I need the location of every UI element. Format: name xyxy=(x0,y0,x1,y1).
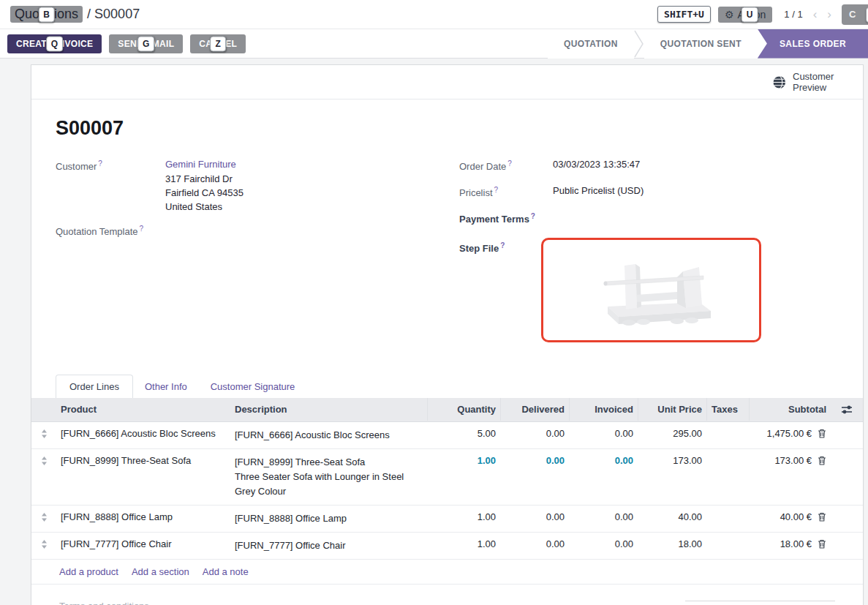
cell-taxes[interactable] xyxy=(706,533,749,544)
header-delivered[interactable]: Delivered xyxy=(500,398,569,421)
cell-unit-price[interactable]: 40.00 xyxy=(638,506,706,528)
tab-order-lines[interactable]: Order Lines xyxy=(56,375,133,398)
cell-invoiced[interactable]: 0.00 xyxy=(569,449,638,472)
add-section-link[interactable]: Add a section xyxy=(132,566,189,577)
cell-description[interactable]: [FURN_8999] Three-Seat Sofa Three Seater… xyxy=(230,449,427,505)
customer-field-value: Gemini Furniture 317 Fairchild Dr Fairfi… xyxy=(165,159,244,214)
cell-invoiced[interactable]: 0.00 xyxy=(569,422,638,445)
header-quantity[interactable]: Quantity xyxy=(427,398,500,421)
order-line-row[interactable]: [FURN_8999] Three-Seat Sofa [FURN_8999] … xyxy=(31,449,863,506)
help-question-icon: ? xyxy=(531,212,535,220)
delete-row-icon[interactable] xyxy=(818,456,826,465)
topbar-right-cluster: SHIFT+U ⚙ Action U 1 / 1 ‹ › C xyxy=(657,4,858,25)
cutoff-button-label: C xyxy=(849,9,856,20)
keyboard-hint-z: Z xyxy=(210,36,226,51)
cell-delivered[interactable]: 0.00 xyxy=(500,422,569,445)
cell-taxes[interactable] xyxy=(706,422,749,434)
quotation-template-label: Quotation Template? xyxy=(56,224,165,237)
help-question-icon: ? xyxy=(98,159,102,168)
cell-quantity[interactable]: 1.00 xyxy=(427,506,500,528)
statusbar: QUOTATION QUOTATION SENT SALES ORDER xyxy=(548,29,868,59)
order-line-row[interactable]: [FURN_7777] Office Chair [FURN_7777] Off… xyxy=(31,533,863,560)
subtotal-value: 18.00 € xyxy=(780,538,812,549)
cell-taxes[interactable] xyxy=(706,449,749,461)
customer-preview-button[interactable]: Customer Preview xyxy=(772,71,841,93)
breadcrumb-quotations-link[interactable]: Quotations B xyxy=(10,6,83,23)
add-product-link[interactable]: Add a product xyxy=(59,566,118,577)
cell-description[interactable]: [FURN_7777] Office Chair xyxy=(230,533,427,559)
customer-address: 317 Fairchild Dr Fairfield CA 94535 Unit… xyxy=(165,172,244,214)
cell-subtotal: 1,475.00 € xyxy=(749,422,831,445)
cutoff-button[interactable]: C xyxy=(842,4,868,25)
cell-quantity[interactable]: 1.00 xyxy=(427,449,500,472)
payment-terms-label: Payment Terms? xyxy=(459,211,553,225)
cell-product[interactable]: [FURN_7777] Office Chair xyxy=(56,533,230,555)
order-date-value[interactable]: 03/03/2023 13:35:47 xyxy=(553,159,640,172)
cell-subtotal: 173.00 € xyxy=(749,449,831,472)
total-block: Total: 1,706.00 € xyxy=(685,601,835,605)
optional-columns-button[interactable] xyxy=(831,398,863,421)
status-step-quotation[interactable]: QUOTATION xyxy=(548,29,634,59)
cell-product[interactable]: [FURN_8888] Office Lamp xyxy=(56,506,230,528)
tab-other-info[interactable]: Other Info xyxy=(133,375,199,398)
sliders-icon xyxy=(841,405,853,415)
header-subtotal[interactable]: Subtotal xyxy=(749,398,831,421)
header-unit-price[interactable]: Unit Price xyxy=(638,398,706,421)
shortcut-badge: SHIFT+U xyxy=(657,6,711,23)
cell-product[interactable]: [FURN_6666] Acoustic Bloc Screens xyxy=(56,422,230,445)
drag-handle-icon[interactable] xyxy=(31,506,56,527)
cell-description[interactable]: [FURN_6666] Acoustic Bloc Screens xyxy=(230,422,427,448)
delete-row-icon[interactable] xyxy=(818,512,826,522)
cell-delivered[interactable]: 0.00 xyxy=(500,449,569,472)
cell-invoiced[interactable]: 0.00 xyxy=(569,533,638,555)
terms-and-conditions-input[interactable] xyxy=(59,601,366,605)
drag-handle-icon[interactable] xyxy=(31,422,56,444)
step-file-preview[interactable] xyxy=(541,238,761,342)
cell-subtotal: 18.00 € xyxy=(749,533,831,555)
header-product[interactable]: Product xyxy=(56,398,230,421)
cell-delivered[interactable]: 0.00 xyxy=(500,506,569,528)
create-invoice-button[interactable]: CREATE INVOICE Q xyxy=(7,34,102,53)
tab-customer-signature[interactable]: Customer Signature xyxy=(199,375,307,398)
pager-prev-icon[interactable]: ‹ xyxy=(813,7,818,22)
header-invoiced[interactable]: Invoiced xyxy=(569,398,638,421)
cell-quantity[interactable]: 5.00 xyxy=(427,422,500,445)
cell-quantity[interactable]: 1.00 xyxy=(427,533,500,555)
action-menu-button[interactable]: ⚙ Action U xyxy=(718,7,772,23)
cancel-button[interactable]: CANCEL Z xyxy=(190,34,246,53)
subtotal-value: 173.00 € xyxy=(774,455,812,466)
pager-next-icon[interactable]: › xyxy=(827,7,831,22)
pager-arrows: ‹ › xyxy=(813,7,831,22)
pricelist-field-row: Pricelist? Public Pricelist (USD) xyxy=(459,185,863,198)
drag-handle-icon[interactable] xyxy=(31,533,56,555)
delete-row-icon[interactable] xyxy=(818,429,826,438)
cell-unit-price[interactable]: 173.00 xyxy=(638,449,706,472)
cell-delivered[interactable]: 0.00 xyxy=(500,533,569,555)
cell-subtotal: 40.00 € xyxy=(749,506,831,528)
help-question-icon: ? xyxy=(500,241,505,249)
control-panel: CREATE INVOICE Q SEND EMAIL G CANCEL Z Q… xyxy=(0,29,868,59)
order-line-row[interactable]: [FURN_8888] Office Lamp [FURN_8888] Offi… xyxy=(31,506,863,533)
top-bar: Quotations B / S00007 SHIFT+U ⚙ Action U… xyxy=(0,0,868,29)
cell-product[interactable]: [FURN_8999] Three-Seat Sofa xyxy=(56,449,230,472)
cell-invoiced[interactable]: 0.00 xyxy=(569,506,638,528)
drag-handle-icon[interactable] xyxy=(31,449,56,471)
subtotal-value: 1,475.00 € xyxy=(767,428,812,439)
cell-unit-price[interactable]: 295.00 xyxy=(638,422,706,445)
send-email-button[interactable]: SEND EMAIL G xyxy=(109,34,183,53)
pricelist-value[interactable]: Public Pricelist (USD) xyxy=(553,185,644,198)
cell-description[interactable]: [FURN_8888] Office Lamp xyxy=(230,506,427,532)
order-line-row[interactable]: [FURN_6666] Acoustic Bloc Screens [FURN_… xyxy=(31,422,863,449)
add-note-link[interactable]: Add a note xyxy=(203,566,249,577)
cell-taxes[interactable] xyxy=(706,506,749,517)
status-step-sales-order[interactable]: SALES ORDER xyxy=(758,29,868,59)
field-grid: Customer? Gemini Furniture 317 Fairchild… xyxy=(56,159,863,351)
delete-row-icon[interactable] xyxy=(818,539,826,549)
header-handle-spacer xyxy=(31,398,56,410)
customer-link[interactable]: Gemini Furniture xyxy=(165,159,244,170)
header-description[interactable]: Description xyxy=(230,398,427,421)
status-step-quotation-sent[interactable]: QUOTATION SENT xyxy=(644,29,758,59)
header-taxes[interactable]: Taxes xyxy=(706,398,749,421)
step-file-field-row: Step File? xyxy=(459,241,863,342)
cell-unit-price[interactable]: 18.00 xyxy=(638,533,706,555)
